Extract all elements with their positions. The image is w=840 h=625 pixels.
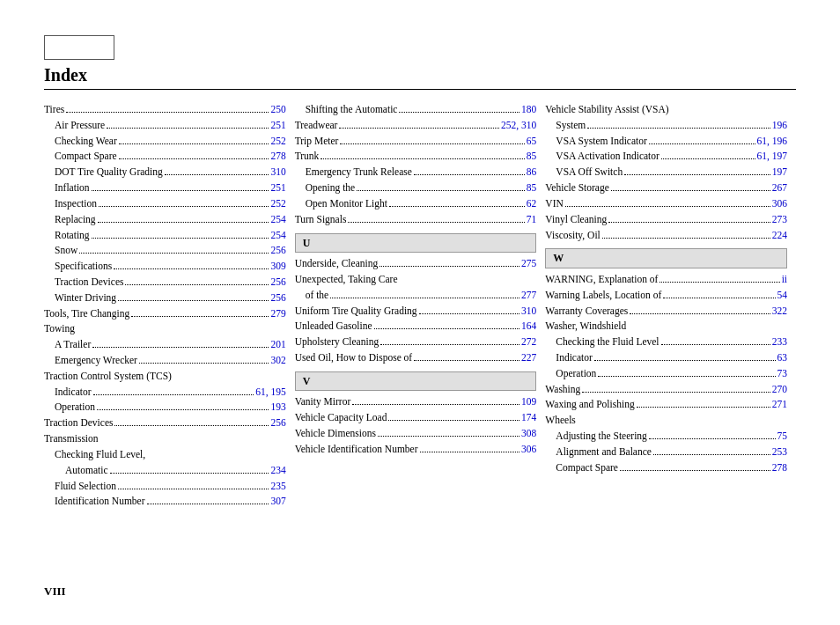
entry-page: 61, 196: [757, 134, 788, 150]
entry-page: 197: [772, 165, 787, 180]
list-item: Identification Number307: [44, 494, 286, 510]
entry-label: Tires: [44, 102, 64, 118]
entry-page: 180: [521, 102, 536, 118]
entry-page: 256: [270, 290, 285, 306]
entry-dots: [119, 158, 269, 159]
entry-page: 75: [777, 429, 788, 445]
entry-dots: [348, 222, 524, 223]
list-item: Wheels: [545, 413, 787, 429]
entry-label: Specifications: [55, 259, 112, 275]
entry-page: 307: [270, 494, 285, 510]
entry-dots: [119, 143, 269, 144]
entry-label: Indicator: [556, 350, 593, 366]
list-item: Open Monitor Light62: [295, 196, 537, 212]
entry-page: 196: [772, 118, 787, 134]
entry-dots: [608, 222, 770, 223]
entry-page: 86: [527, 165, 537, 180]
entry-label: Adjusting the Steering: [556, 429, 647, 445]
entry-page: 201: [270, 337, 285, 353]
entry-dots: [330, 298, 519, 298]
entry-page: 278: [270, 149, 285, 165]
list-item: Checking Wear252: [44, 134, 286, 150]
entry-label: Upholstery Cleaning: [295, 335, 379, 350]
list-item: Replacing254: [44, 212, 286, 228]
entry-label: VSA System Indicator: [556, 134, 647, 150]
list-item: Vehicle Dimensions308: [295, 426, 537, 442]
entry-label: Operation: [55, 400, 95, 415]
entry-dots: [594, 360, 776, 361]
entry-label: Unexpected, Taking Care: [295, 272, 398, 288]
list-item: Adjusting the Steering75: [545, 429, 787, 445]
entry-label: Operation: [556, 366, 596, 382]
list-item: VSA System Indicator61, 196: [545, 134, 787, 150]
entry-dots: [114, 268, 269, 269]
entry-label: Compact Spare: [556, 460, 618, 476]
list-item: Vehicle Stability Assist (VSA): [545, 102, 787, 118]
entry-page: 306: [521, 442, 536, 458]
entry-dots: [107, 128, 269, 129]
entry-page: 251: [270, 180, 285, 196]
list-item: Opening the85: [295, 180, 537, 196]
entry-label: WARNING, Explanation of: [545, 272, 658, 288]
entry-label: Unleaded Gasoline: [295, 319, 372, 335]
entry-dots: [624, 174, 770, 175]
list-item: Compact Spare278: [44, 149, 286, 165]
list-item: Vanity Mirror109: [295, 394, 537, 410]
entry-page: 273: [772, 212, 787, 228]
entry-page: 54: [777, 288, 788, 304]
entry-label: Opening the: [306, 180, 356, 196]
entry-dots: [147, 504, 269, 504]
list-item: Shifting the Automatic180: [295, 102, 537, 118]
entry-label: VIN: [545, 196, 563, 212]
entry-label: Snow: [55, 243, 77, 259]
entry-label: Waxing and Polishing: [545, 397, 634, 413]
entry-page: 309: [270, 259, 285, 275]
list-item: Indicator63: [545, 350, 787, 366]
list-item: WARNING, Explanation ofii: [545, 272, 787, 288]
entry-label: Checking the Fluid Level: [556, 335, 659, 350]
list-item: Indicator61, 195: [44, 385, 286, 401]
entry-label: Wheels: [545, 413, 575, 429]
list-item: VSA Off Switch197: [545, 165, 787, 180]
entry-page: 85: [527, 149, 537, 165]
entry-page: 61, 195: [255, 385, 286, 401]
entry-page: 256: [270, 415, 285, 431]
entry-dots: [399, 112, 519, 113]
list-item: Warranty Coverages322: [545, 304, 787, 320]
list-item: Emergency Wrecker302: [44, 353, 286, 369]
entry-label: Rotating: [55, 228, 90, 244]
entry-page: 253: [772, 445, 787, 460]
entry-page: 233: [772, 335, 787, 350]
entry-page: 234: [270, 463, 285, 479]
entry-page: 62: [527, 196, 537, 212]
page: Index Tires250Air Pressure251Checking We…: [0, 0, 840, 625]
entry-page: 254: [270, 212, 285, 228]
list-item: Operation73: [545, 366, 787, 382]
entry-page: 164: [521, 319, 536, 335]
entry-page: 227: [521, 350, 536, 366]
entry-label: Replacing: [55, 212, 96, 228]
list-item: Fluid Selection235: [44, 479, 286, 495]
list-item: Alignment and Balance253: [545, 445, 787, 460]
entry-label: Alignment and Balance: [556, 445, 652, 460]
list-item: Traction Devices256: [44, 415, 286, 431]
entry-dots: [611, 190, 770, 191]
entry-page: 302: [270, 353, 285, 369]
list-item: Vehicle Capacity Load174: [295, 410, 537, 426]
entry-page: 272: [521, 335, 536, 350]
list-item: Underside, Cleaning275: [295, 256, 537, 272]
section-header: W: [545, 248, 787, 268]
entry-label: Inflation: [55, 180, 90, 196]
entry-page: 252: [270, 196, 285, 212]
entry-label: Winter Driving: [55, 290, 116, 306]
entry-dots: [131, 316, 269, 317]
entry-dots: [79, 253, 269, 254]
entry-dots: [110, 473, 269, 474]
entry-page: 250: [270, 102, 285, 118]
entry-dots: [339, 128, 499, 129]
entry-dots: [379, 266, 519, 267]
entry-page: 271: [772, 397, 787, 413]
list-item: A Trailer201: [44, 337, 286, 353]
entry-dots: [114, 425, 269, 426]
entry-page: 322: [772, 304, 787, 320]
